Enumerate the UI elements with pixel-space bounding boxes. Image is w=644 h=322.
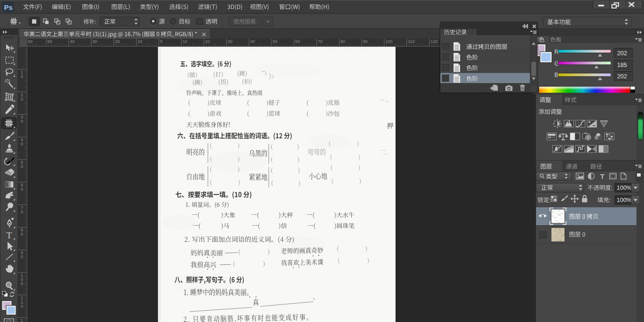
svg-text:0: 0 (21, 281, 23, 286)
svg-text:T: T (7, 230, 12, 240)
svg-text:20: 20 (205, 39, 210, 44)
svg-text:0: 0 (21, 142, 23, 146)
svg-text:T: T (600, 172, 604, 180)
svg-text:100%: 100% (617, 197, 632, 203)
svg-text:0: 0 (21, 254, 23, 259)
svg-text:0: 0 (21, 210, 23, 214)
svg-text:0: 0 (21, 164, 23, 169)
svg-text:120: 120 (430, 39, 438, 44)
svg-text:10: 10 (182, 39, 187, 44)
svg-text:100: 100 (386, 39, 393, 44)
svg-text:50: 50 (273, 39, 278, 44)
svg-text:0: 0 (21, 119, 23, 124)
svg-text:185: 185 (617, 62, 627, 68)
svg-text:B: B (554, 72, 558, 78)
svg-text:0: 0 (21, 187, 23, 192)
svg-text:0: 0 (160, 39, 163, 44)
svg-text:50: 50 (48, 39, 52, 44)
svg-text:202: 202 (617, 50, 627, 57)
svg-text:40: 40 (70, 39, 74, 44)
svg-text:90: 90 (363, 39, 368, 44)
svg-text:0: 0 (21, 232, 23, 237)
svg-text:0: 0 (21, 97, 23, 102)
svg-text:10: 10 (138, 39, 142, 44)
svg-text:0: 0 (21, 74, 23, 79)
svg-text:30: 30 (92, 39, 97, 44)
svg-text:100%: 100% (617, 185, 632, 191)
svg-text:0: 0 (21, 304, 23, 309)
svg-text:20: 20 (115, 39, 120, 44)
svg-text:40: 40 (250, 39, 255, 44)
svg-text:80: 80 (340, 39, 345, 44)
svg-text:110: 110 (408, 39, 414, 44)
svg-text:202: 202 (617, 73, 627, 80)
svg-text:1: 1 (21, 318, 23, 322)
svg-text:30: 30 (228, 39, 232, 44)
svg-text:70: 70 (318, 39, 322, 44)
svg-text:60: 60 (295, 39, 300, 44)
svg-text:60: 60 (28, 39, 33, 44)
svg-text:Ps: Ps (4, 3, 13, 11)
